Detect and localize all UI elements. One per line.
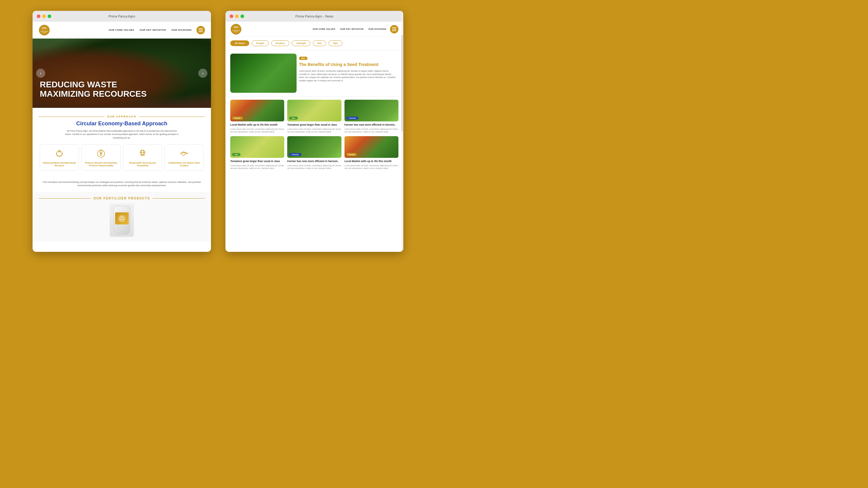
globe-hands-icon xyxy=(137,148,148,159)
news-card-img-4: Tips xyxy=(230,136,284,158)
menu-line-r1 xyxy=(392,27,396,28)
card-label-4: Collaboration and Shared Value Creation xyxy=(167,161,201,167)
news-card-img-1: People xyxy=(230,100,284,121)
tab-lifestyle[interactable]: Lifestyle xyxy=(292,40,310,46)
tab-tips[interactable]: Tips xyxy=(329,40,342,46)
right-window: Prima Panca Agro - News PPA PRIMA PANCA … xyxy=(225,11,403,252)
news-grid-row1: People Local Market sells up to 3% this … xyxy=(225,97,403,136)
svg-text:PPA: PPA xyxy=(234,26,239,29)
tab-all-news[interactable]: All News xyxy=(230,40,249,46)
news-card-1[interactable]: People Local Market sells up to 3% this … xyxy=(230,100,284,133)
left-window: Prima Panca Agro PPA PRIMA PANCA AGRO OU… xyxy=(33,11,211,252)
window-controls-left xyxy=(37,14,51,18)
recycle-icon xyxy=(54,148,65,159)
news-card-desc-2: Lorem ipsum dolor sit amet, consectetur … xyxy=(287,128,341,133)
card-label-2: Product Lifecycle and Extended Producer … xyxy=(84,161,118,167)
news-card-img-5: Lifestyle xyxy=(287,136,341,158)
maximize-dot[interactable] xyxy=(48,14,51,18)
minimize-dot[interactable] xyxy=(42,14,46,18)
fertilizer-section: OUR FERTILIZER PRODUCTS PPA PRIMA PANCA xyxy=(33,192,211,241)
news-badge-6: People xyxy=(346,153,357,156)
news-card-desc-3: Lorem ipsum dolor sit amet, consectetur … xyxy=(344,128,398,133)
news-card-img-2: Tips xyxy=(287,100,341,121)
approach-title: Circular Economy-Based Approach xyxy=(38,121,205,127)
news-badge-1: People xyxy=(232,117,243,120)
news-badge-5: Lifestyle xyxy=(289,153,301,156)
scrollbar-right[interactable] xyxy=(401,11,403,252)
menu-icon-left[interactable] xyxy=(196,26,205,34)
window-title-left: Prima Panca Agro xyxy=(108,14,135,18)
svg-point-0 xyxy=(39,25,50,35)
news-badge-4: Tips xyxy=(232,153,241,156)
rw-nav-core-values[interactable]: OUR CORE VALUES xyxy=(313,28,336,30)
nav-core-values-left[interactable]: OUR CORE VALUES xyxy=(109,29,134,31)
news-card-6[interactable]: People Local Market sells up to 3% this … xyxy=(344,136,398,170)
news-card-desc-5: Lorem ipsum dolor sit amet, consectetur … xyxy=(287,164,341,170)
news-card-5[interactable]: Lifestyle Farmer has now more efficient … xyxy=(287,136,341,170)
svg-point-14 xyxy=(231,24,241,34)
maximize-dot-right[interactable] xyxy=(241,14,244,18)
featured-badge: Hot xyxy=(299,57,307,60)
minimize-dot-right[interactable] xyxy=(235,14,239,18)
rw-nav-divisions[interactable]: OUR DIVISIONS xyxy=(369,28,386,30)
approach-card-2: $ Product Lifecycle and Extended Produce… xyxy=(82,144,121,171)
approach-card-4: Collaboration and Shared Value Creation xyxy=(164,144,204,171)
news-card-img-3: Lifestyle xyxy=(344,100,398,121)
nav-links-left: OUR CORE VALUES OUR KEY INITIATIVE OUR D… xyxy=(109,29,192,31)
approach-description: At Prima Panca Agro, we firmly believe t… xyxy=(64,129,179,139)
menu-line-r2 xyxy=(392,29,396,30)
news-card-title-4: Tomatoes grow larger than usual in Java xyxy=(230,160,284,163)
handshake-icon xyxy=(179,148,190,159)
product-bag-shape: PPA PRIMA PANCA xyxy=(114,206,130,235)
news-card-desc-4: Lorem ipsum dolor sit amet, consectetur … xyxy=(230,164,284,170)
scrollbar-thumb-right xyxy=(401,35,403,131)
featured-image xyxy=(230,54,297,93)
tab-product[interactable]: Product xyxy=(271,40,289,46)
nav-key-initiative-left[interactable]: OUR KEY INITIATIVE xyxy=(140,29,166,31)
news-card-title-2: Tomatoes grow larger than usual in Java xyxy=(287,123,341,127)
menu-line-3 xyxy=(198,31,203,32)
rw-nav-links: OUR CORE VALUES OUR KEY INITIATIVE OUR D… xyxy=(313,28,386,30)
hero-content: REDUCING WASTE MAXIMIZING RECOURCES xyxy=(40,80,147,99)
svg-text:AGRO: AGRO xyxy=(42,32,46,33)
news-card-4[interactable]: Tips Tomatoes grow larger than usual in … xyxy=(230,136,284,170)
approach-section: OUR APPROACH Circular Economy-Based Appr… xyxy=(33,108,211,181)
hero-prev-button[interactable]: ‹ xyxy=(36,69,45,78)
card-label-1: Reducing Waste and Maximizing Resource xyxy=(42,161,76,167)
featured-content: Hot The Benefits of Using a Seed Treatme… xyxy=(297,54,398,93)
rw-nav-key-initiative[interactable]: OUR KEY INITIATIVE xyxy=(340,28,364,30)
chevron-right-icon: › xyxy=(202,71,204,76)
featured-description: Lorem ipsum dolor sit amet, consectetur … xyxy=(299,70,396,82)
approach-card-3: Responsible Sourcing and Traceability xyxy=(123,144,162,171)
hero-next-button[interactable]: › xyxy=(198,69,207,78)
hero-title-line2: MAXIMIZING RECOURCES xyxy=(40,90,147,99)
featured-article: Hot The Benefits of Using a Seed Treatme… xyxy=(225,50,403,97)
news-card-3[interactable]: Lifestyle Farmer has now more efficient … xyxy=(344,100,398,133)
approach-card-1: Reducing Waste and Maximizing Resource xyxy=(40,144,79,171)
lifecycle-icon: $ xyxy=(96,148,106,159)
window-chrome-left: Prima Panca Agro xyxy=(33,11,211,22)
news-card-2[interactable]: Tips Tomatoes grow larger than usual in … xyxy=(287,100,341,133)
hero-section: ‹ › REDUCING WASTE MAXIMIZING RECOURCES xyxy=(33,38,211,108)
featured-title: The Benefits of Using a Seed Treatment xyxy=(299,62,396,67)
svg-point-11 xyxy=(118,215,125,222)
close-dot-right[interactable] xyxy=(230,14,233,18)
window-title-right: Prima Panca Agro - News xyxy=(296,14,333,18)
svg-text:PPA: PPA xyxy=(120,216,123,218)
news-card-desc-1: Lorem ipsum dolor sit amet, consectetur … xyxy=(230,128,284,133)
menu-line-r3 xyxy=(392,30,396,31)
news-badge-3: Lifestyle xyxy=(346,117,358,120)
tab-people[interactable]: People xyxy=(252,40,269,46)
news-card-title-1: Local Market sells up to 3% this month xyxy=(230,123,284,127)
hero-title-line1: REDUCING WASTE xyxy=(40,80,147,90)
product-label-strip: PPA PRIMA PANCA xyxy=(115,213,129,224)
card-label-3: Responsible Sourcing and Traceability xyxy=(126,161,159,167)
menu-line-1 xyxy=(198,28,203,29)
news-card-title-3: Farmer has now more efficient in harvest… xyxy=(344,123,398,127)
menu-icon-right[interactable] xyxy=(390,25,398,33)
tab-hot[interactable]: Hot xyxy=(313,40,326,46)
left-navbar: PPA PRIMA PANCA AGRO OUR CORE VALUES OUR… xyxy=(33,22,211,38)
nav-divisions-left[interactable]: OUR DIVISIONS xyxy=(172,29,192,31)
news-card-title-5: Farmer has now more efficient in harvest… xyxy=(287,160,341,163)
close-dot[interactable] xyxy=(37,14,40,18)
